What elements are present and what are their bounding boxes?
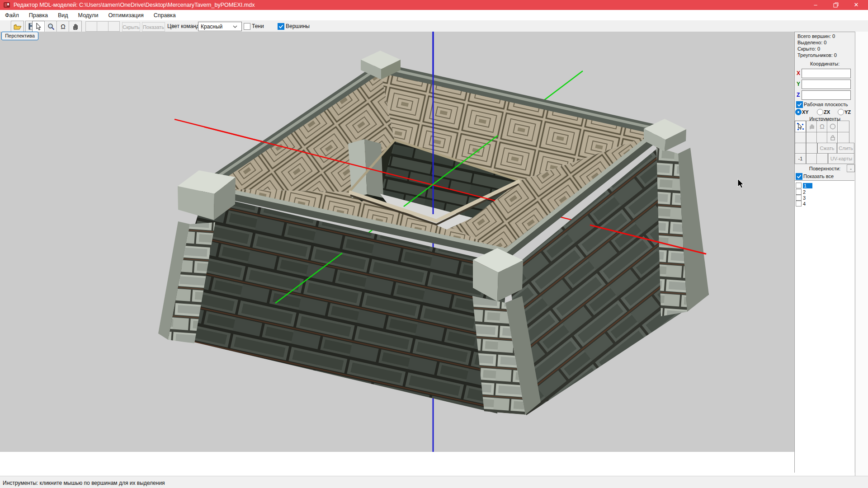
y-coordinate-field[interactable]	[802, 80, 851, 89]
close-button[interactable]: ✕	[846, 0, 866, 10]
show-all-checkbox[interactable]	[796, 173, 802, 180]
merge-button[interactable]: Слить	[837, 143, 854, 154]
pan-vertices-tool-button[interactable]	[806, 121, 817, 132]
tool-empty-slot	[806, 143, 817, 154]
panel-gutter	[855, 32, 868, 476]
plane-zx-radio[interactable]	[817, 109, 823, 115]
perspective-button[interactable]: Перспектива	[1, 32, 38, 40]
tool-empty-slot	[795, 132, 806, 143]
work-plane-label: Рабочая плоскость	[804, 102, 848, 107]
tool-empty-slot	[795, 143, 806, 154]
surface-list-item[interactable]: 2	[796, 189, 806, 195]
x-coordinate-field[interactable]	[802, 69, 851, 78]
tools-panel: Всего вершин: 0 Выделено: 0 Скрыто: 0 Тр…	[794, 32, 855, 473]
hand-icon	[809, 123, 815, 130]
restore-icon	[833, 2, 839, 8]
work-plane-checkbox[interactable]	[796, 101, 803, 108]
select-vertices-tool-button[interactable]	[795, 121, 806, 132]
plane-xy-label: XY	[802, 109, 809, 115]
scale-tool-button[interactable]	[827, 121, 838, 132]
uv-maps-button[interactable]: UV-карты	[828, 153, 854, 164]
tool-empty-slot	[837, 121, 849, 132]
stat-hidden: Скрыто: 0	[797, 46, 820, 52]
compress-button[interactable]: Сжать	[817, 143, 837, 154]
plane-zx-label: ZX	[824, 109, 830, 115]
status-text: Инструменты: кликните мышью по вершинам …	[3, 480, 165, 486]
viewport-footer-space	[0, 452, 794, 476]
z-coordinate-field[interactable]	[802, 90, 851, 100]
coordinates-label: Координаты:	[795, 61, 855, 66]
lock-tool-button[interactable]	[827, 132, 838, 143]
minus-one-button[interactable]: -1	[795, 153, 806, 164]
maximize-button[interactable]	[826, 0, 846, 10]
circle-icon	[830, 123, 836, 130]
surfaces-list[interactable]: 1 2 3 4	[795, 180, 854, 473]
surface-list-item[interactable]: 4	[796, 201, 806, 206]
surfaces-label: Поверхности:	[795, 166, 855, 171]
surface-checkbox[interactable]	[796, 201, 802, 206]
z-axis-label: Z	[797, 92, 800, 98]
tool-empty-slot	[806, 153, 817, 164]
model-3d[interactable]	[0, 0, 794, 452]
surface-list-item[interactable]: 3	[796, 195, 806, 201]
plane-xy-radio[interactable]	[795, 109, 802, 115]
tool-empty-slot	[816, 153, 828, 164]
lock-icon	[830, 135, 835, 141]
stat-total-vertices: Всего вершин: 0	[797, 33, 835, 39]
status-bar: Инструменты: кликните мышью по вершинам …	[0, 476, 868, 488]
surface-label[interactable]: 3	[803, 195, 806, 201]
tool-empty-slot	[806, 132, 817, 143]
surface-label-selected[interactable]: 1	[803, 183, 812, 188]
mouse-cursor-icon	[738, 179, 744, 188]
plane-yz-radio[interactable]	[838, 109, 844, 115]
surface-label[interactable]: 4	[803, 201, 806, 206]
stat-selected: Выделено: 0	[797, 40, 826, 45]
surface-checkbox[interactable]	[796, 183, 802, 188]
tool-empty-slot	[816, 132, 828, 143]
surface-checkbox[interactable]	[796, 195, 802, 201]
show-all-label: Показать все	[803, 174, 834, 179]
surface-checkbox[interactable]	[796, 189, 802, 195]
minimize-button[interactable]: –	[806, 0, 826, 10]
surface-label[interactable]: 2	[803, 189, 806, 195]
select-vertices-icon	[797, 123, 804, 131]
plane-yz-label: YZ	[844, 109, 851, 115]
x-axis-label: X	[797, 70, 800, 76]
tool-empty-slot	[837, 132, 849, 143]
surfaces-minus-button[interactable]: -	[847, 164, 855, 172]
surface-list-item[interactable]: 1	[796, 183, 812, 188]
y-axis-label: Y	[797, 81, 800, 87]
stat-triangles: Треугольников: 0	[797, 52, 837, 58]
rotate-omega-icon: Ω	[820, 123, 824, 130]
rotate-vertices-tool-button[interactable]: Ω	[816, 121, 828, 132]
